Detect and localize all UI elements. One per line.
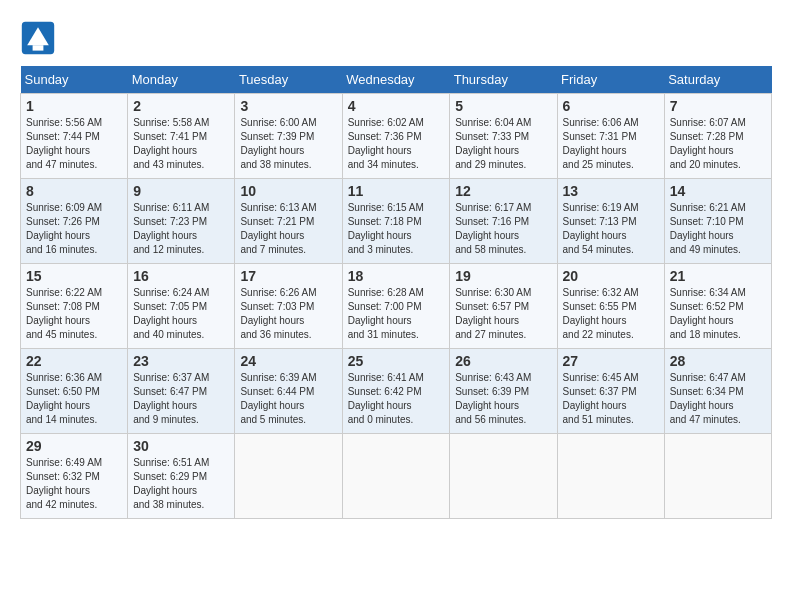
day-info: Sunrise: 6:45 AMSunset: 6:37 PMDaylight … — [563, 372, 639, 425]
day-number: 23 — [133, 353, 229, 369]
day-info: Sunrise: 5:58 AMSunset: 7:41 PMDaylight … — [133, 117, 209, 170]
weekday-header-monday: Monday — [128, 66, 235, 94]
weekday-header-saturday: Saturday — [664, 66, 771, 94]
day-number: 16 — [133, 268, 229, 284]
day-number: 12 — [455, 183, 551, 199]
weekday-header-tuesday: Tuesday — [235, 66, 342, 94]
calendar-cell: 11 Sunrise: 6:15 AMSunset: 7:18 PMDaylig… — [342, 179, 450, 264]
day-info: Sunrise: 6:26 AMSunset: 7:03 PMDaylight … — [240, 287, 316, 340]
day-number: 11 — [348, 183, 445, 199]
calendar-cell: 24 Sunrise: 6:39 AMSunset: 6:44 PMDaylig… — [235, 349, 342, 434]
calendar-cell: 21 Sunrise: 6:34 AMSunset: 6:52 PMDaylig… — [664, 264, 771, 349]
day-number: 4 — [348, 98, 445, 114]
day-info: Sunrise: 6:43 AMSunset: 6:39 PMDaylight … — [455, 372, 531, 425]
day-info: Sunrise: 6:24 AMSunset: 7:05 PMDaylight … — [133, 287, 209, 340]
day-number: 29 — [26, 438, 122, 454]
calendar-cell: 28 Sunrise: 6:47 AMSunset: 6:34 PMDaylig… — [664, 349, 771, 434]
calendar-cell: 27 Sunrise: 6:45 AMSunset: 6:37 PMDaylig… — [557, 349, 664, 434]
calendar-cell: 18 Sunrise: 6:28 AMSunset: 7:00 PMDaylig… — [342, 264, 450, 349]
calendar-cell: 13 Sunrise: 6:19 AMSunset: 7:13 PMDaylig… — [557, 179, 664, 264]
day-number: 28 — [670, 353, 766, 369]
calendar-cell: 22 Sunrise: 6:36 AMSunset: 6:50 PMDaylig… — [21, 349, 128, 434]
calendar-cell — [342, 434, 450, 519]
weekday-header-sunday: Sunday — [21, 66, 128, 94]
calendar-cell: 3 Sunrise: 6:00 AMSunset: 7:39 PMDayligh… — [235, 94, 342, 179]
day-number: 21 — [670, 268, 766, 284]
day-info: Sunrise: 6:17 AMSunset: 7:16 PMDaylight … — [455, 202, 531, 255]
day-number: 3 — [240, 98, 336, 114]
day-number: 20 — [563, 268, 659, 284]
day-info: Sunrise: 6:04 AMSunset: 7:33 PMDaylight … — [455, 117, 531, 170]
day-number: 10 — [240, 183, 336, 199]
page-header — [20, 20, 772, 56]
day-number: 8 — [26, 183, 122, 199]
calendar-cell — [664, 434, 771, 519]
calendar-cell: 14 Sunrise: 6:21 AMSunset: 7:10 PMDaylig… — [664, 179, 771, 264]
calendar-cell — [557, 434, 664, 519]
day-number: 1 — [26, 98, 122, 114]
day-info: Sunrise: 6:00 AMSunset: 7:39 PMDaylight … — [240, 117, 316, 170]
calendar-cell — [235, 434, 342, 519]
calendar-cell: 15 Sunrise: 6:22 AMSunset: 7:08 PMDaylig… — [21, 264, 128, 349]
day-number: 14 — [670, 183, 766, 199]
day-number: 2 — [133, 98, 229, 114]
calendar-cell: 29 Sunrise: 6:49 AMSunset: 6:32 PMDaylig… — [21, 434, 128, 519]
calendar-cell: 16 Sunrise: 6:24 AMSunset: 7:05 PMDaylig… — [128, 264, 235, 349]
day-number: 22 — [26, 353, 122, 369]
day-info: Sunrise: 6:07 AMSunset: 7:28 PMDaylight … — [670, 117, 746, 170]
day-info: Sunrise: 6:02 AMSunset: 7:36 PMDaylight … — [348, 117, 424, 170]
day-info: Sunrise: 6:22 AMSunset: 7:08 PMDaylight … — [26, 287, 102, 340]
day-info: Sunrise: 6:09 AMSunset: 7:26 PMDaylight … — [26, 202, 102, 255]
day-info: Sunrise: 6:15 AMSunset: 7:18 PMDaylight … — [348, 202, 424, 255]
calendar-cell: 12 Sunrise: 6:17 AMSunset: 7:16 PMDaylig… — [450, 179, 557, 264]
weekday-header-friday: Friday — [557, 66, 664, 94]
calendar-cell: 17 Sunrise: 6:26 AMSunset: 7:03 PMDaylig… — [235, 264, 342, 349]
calendar-cell: 9 Sunrise: 6:11 AMSunset: 7:23 PMDayligh… — [128, 179, 235, 264]
calendar-cell: 23 Sunrise: 6:37 AMSunset: 6:47 PMDaylig… — [128, 349, 235, 434]
day-number: 5 — [455, 98, 551, 114]
calendar-cell: 10 Sunrise: 6:13 AMSunset: 7:21 PMDaylig… — [235, 179, 342, 264]
calendar-table: SundayMondayTuesdayWednesdayThursdayFrid… — [20, 66, 772, 519]
day-info: Sunrise: 6:19 AMSunset: 7:13 PMDaylight … — [563, 202, 639, 255]
logo — [20, 20, 62, 56]
day-number: 25 — [348, 353, 445, 369]
calendar-cell: 19 Sunrise: 6:30 AMSunset: 6:57 PMDaylig… — [450, 264, 557, 349]
day-number: 13 — [563, 183, 659, 199]
calendar-cell: 1 Sunrise: 5:56 AMSunset: 7:44 PMDayligh… — [21, 94, 128, 179]
day-number: 19 — [455, 268, 551, 284]
day-number: 30 — [133, 438, 229, 454]
calendar-cell: 7 Sunrise: 6:07 AMSunset: 7:28 PMDayligh… — [664, 94, 771, 179]
day-number: 17 — [240, 268, 336, 284]
day-number: 26 — [455, 353, 551, 369]
day-info: Sunrise: 6:36 AMSunset: 6:50 PMDaylight … — [26, 372, 102, 425]
day-info: Sunrise: 6:21 AMSunset: 7:10 PMDaylight … — [670, 202, 746, 255]
day-info: Sunrise: 6:13 AMSunset: 7:21 PMDaylight … — [240, 202, 316, 255]
weekday-header-wednesday: Wednesday — [342, 66, 450, 94]
day-info: Sunrise: 6:28 AMSunset: 7:00 PMDaylight … — [348, 287, 424, 340]
day-number: 7 — [670, 98, 766, 114]
weekday-header-thursday: Thursday — [450, 66, 557, 94]
day-number: 9 — [133, 183, 229, 199]
calendar-cell: 26 Sunrise: 6:43 AMSunset: 6:39 PMDaylig… — [450, 349, 557, 434]
day-info: Sunrise: 6:37 AMSunset: 6:47 PMDaylight … — [133, 372, 209, 425]
day-number: 6 — [563, 98, 659, 114]
day-info: Sunrise: 6:30 AMSunset: 6:57 PMDaylight … — [455, 287, 531, 340]
calendar-cell — [450, 434, 557, 519]
day-info: Sunrise: 6:39 AMSunset: 6:44 PMDaylight … — [240, 372, 316, 425]
day-info: Sunrise: 6:51 AMSunset: 6:29 PMDaylight … — [133, 457, 209, 510]
day-info: Sunrise: 6:41 AMSunset: 6:42 PMDaylight … — [348, 372, 424, 425]
calendar-cell: 20 Sunrise: 6:32 AMSunset: 6:55 PMDaylig… — [557, 264, 664, 349]
day-info: Sunrise: 6:34 AMSunset: 6:52 PMDaylight … — [670, 287, 746, 340]
day-info: Sunrise: 6:32 AMSunset: 6:55 PMDaylight … — [563, 287, 639, 340]
day-info: Sunrise: 6:47 AMSunset: 6:34 PMDaylight … — [670, 372, 746, 425]
calendar-cell: 25 Sunrise: 6:41 AMSunset: 6:42 PMDaylig… — [342, 349, 450, 434]
day-number: 18 — [348, 268, 445, 284]
day-number: 24 — [240, 353, 336, 369]
calendar-cell: 5 Sunrise: 6:04 AMSunset: 7:33 PMDayligh… — [450, 94, 557, 179]
day-number: 15 — [26, 268, 122, 284]
calendar-cell: 4 Sunrise: 6:02 AMSunset: 7:36 PMDayligh… — [342, 94, 450, 179]
day-info: Sunrise: 6:06 AMSunset: 7:31 PMDaylight … — [563, 117, 639, 170]
day-number: 27 — [563, 353, 659, 369]
day-info: Sunrise: 6:11 AMSunset: 7:23 PMDaylight … — [133, 202, 209, 255]
day-info: Sunrise: 6:49 AMSunset: 6:32 PMDaylight … — [26, 457, 102, 510]
